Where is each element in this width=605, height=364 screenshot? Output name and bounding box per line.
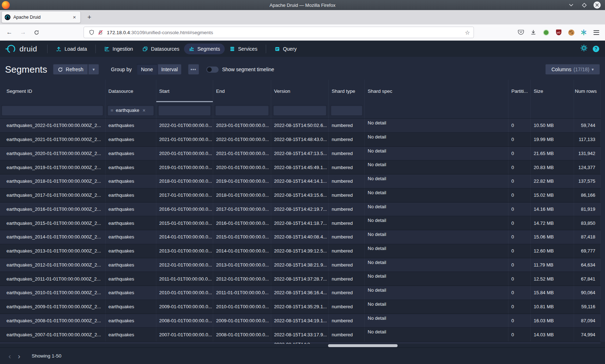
cell-start[interactable]: 2011-01-01T00:00:00.0...	[156, 272, 213, 286]
cell-num-rows[interactable]: 74,994	[574, 328, 601, 341]
cell-end[interactable]: 2016-01-01T00:00:00.0...	[213, 216, 271, 230]
cell-start[interactable]: 2013-01-01T00:00:00.0...	[156, 244, 213, 258]
nav-item-ingestion[interactable]: Ingestion	[99, 44, 138, 54]
cell-version[interactable]: 2022-08-15T14:34:19.1...	[271, 314, 329, 328]
cell-shard-spec[interactable]: No detail	[365, 216, 508, 230]
cell-segment-id[interactable]: earthquakes_2019-01-01T00:00:00.000Z_2..…	[0, 160, 106, 174]
cell-datasource[interactable]: earthquakes	[106, 174, 156, 188]
cell-partition[interactable]: 0	[508, 328, 531, 341]
cell-start[interactable]: 2007-01-01T00:00:00.0...	[156, 328, 213, 341]
cell-segment-id[interactable]: earthquakes_2009-01-01T00:00:00.000Z_2..…	[0, 300, 106, 314]
extension-icon-green[interactable]	[542, 28, 550, 37]
cell-num-rows[interactable]: 137,575	[574, 174, 601, 188]
cell-partition[interactable]: 0	[508, 216, 531, 230]
tab-close-icon[interactable]: ×	[71, 14, 77, 21]
cell-end[interactable]: 2012-01-01T00:00:00.0...	[213, 272, 271, 286]
cell-num-rows[interactable]: 131,942	[574, 147, 601, 160]
cell-datasource[interactable]: earthquakes	[106, 230, 156, 244]
table-row[interactable]: earthquakes_2017-01-01T00:00:00.000Z_2..…	[0, 188, 601, 203]
cell-version[interactable]: 2022-08-15T14:42:19.7...	[271, 203, 329, 216]
cell-end[interactable]: 2019-01-01T00:00:00.0...	[213, 174, 271, 188]
cell-segment-id[interactable]: earthquakes_2017-01-01T00:00:00.000Z_2..…	[0, 188, 106, 202]
cell-segment-id[interactable]: earthquakes_2016-01-01T00:00:00.000Z_2..…	[0, 203, 106, 216]
cell-partition[interactable]: 0	[508, 203, 531, 216]
cell-size[interactable]: 12.60 MB	[531, 244, 574, 258]
table-row[interactable]: earthquakes_2018-01-01T00:00:00.000Z_2..…	[0, 174, 601, 188]
cell-end[interactable]: 2010-01-01T00:00:00.0...	[213, 300, 271, 314]
table-row[interactable]: earthquakes_2012-01-01T00:00:00.000Z_2..…	[0, 258, 601, 272]
cell-size[interactable]: 19.99 MB	[531, 133, 574, 146]
cell-shard-type[interactable]: numbered	[329, 300, 365, 314]
cell-num-rows[interactable]: 67,841	[574, 272, 601, 286]
cell-segment-id[interactable]: earthquakes_2021-01-01T00:00:00.000Z_2..…	[0, 133, 106, 146]
cell-num-rows[interactable]: 117,133	[574, 133, 601, 146]
nav-item-datasources[interactable]: Datasources	[138, 44, 184, 54]
pocket-icon[interactable]	[516, 28, 525, 37]
cell-shard-type[interactable]: numbered	[329, 230, 365, 244]
cell-num-rows[interactable]: 87,418	[574, 230, 601, 244]
horizontal-scrollbar-thumb[interactable]	[328, 344, 398, 347]
cell-end[interactable]: 2021-01-01T00:00:00.0...	[213, 147, 271, 160]
cell-partition[interactable]: 0	[508, 230, 531, 244]
tab-apache-druid[interactable]: Apache Druid ×	[1, 11, 81, 23]
cell-version[interactable]: 2022-08-15T14:37:28.7...	[271, 272, 329, 286]
cell-partition[interactable]: 0	[508, 119, 531, 132]
table-row[interactable]: earthquakes_2022-01-01T00:00:00.000Z_2..…	[0, 119, 601, 133]
filter-input-datasource[interactable]: = earthquake ×	[107, 105, 154, 116]
tracking-shield-icon[interactable]	[89, 29, 94, 35]
help-icon[interactable]: ?	[593, 46, 599, 52]
columns-button[interactable]: Columns (17/18) ▾	[545, 64, 600, 75]
window-titlebar[interactable]: Apache Druid — Mozilla Firefox	[0, 0, 605, 10]
column-header-start[interactable]: Start	[156, 80, 213, 102]
cell-datasource[interactable]: earthquakes	[106, 286, 156, 300]
cell-version[interactable]: 2022-08-15T14:39:12.5...	[271, 244, 329, 258]
cell-shard-spec[interactable]: No detail	[365, 174, 508, 188]
cell-num-rows[interactable]: 90,064	[574, 286, 601, 300]
cell-num-rows[interactable]: 83,850	[574, 216, 601, 230]
cell-version[interactable]: 2022-08-15T14:38:21.9...	[271, 258, 329, 272]
cell-version[interactable]: 2022-08-15T14:50:02.6...	[271, 119, 329, 132]
table-row[interactable]: earthquakes_2016-01-01T00:00:00.000Z_2..…	[0, 203, 601, 217]
cell-datasource[interactable]: earthquakes	[106, 188, 156, 202]
group-by-none-button[interactable]: None	[137, 64, 157, 75]
menu-icon[interactable]	[592, 28, 601, 37]
cell-shard-type[interactable]: numbered	[329, 258, 365, 272]
cell-partition[interactable]: 0	[508, 133, 531, 146]
cell-shard-spec[interactable]: No detail	[365, 133, 508, 146]
back-icon[interactable]: ←	[4, 27, 14, 37]
cell-version[interactable]: 2022-08-15T14:43:15.6...	[271, 188, 329, 202]
cell-size[interactable]: 11.79 MB	[531, 258, 574, 272]
cell-version[interactable]: 2022-08-15T14:41:18.7...	[271, 216, 329, 230]
nav-item-query[interactable]: Query	[270, 44, 301, 54]
cell-start[interactable]: 2010-01-01T00:00:00.0...	[156, 286, 213, 300]
cell-size[interactable]: 10.50 MB	[531, 119, 574, 132]
cell-shard-type[interactable]: numbered	[329, 188, 365, 202]
table-row[interactable]: earthquakes_2009-01-01T00:00:00.000Z_2..…	[0, 300, 601, 314]
cell-size[interactable]: 22.82 MB	[531, 174, 574, 188]
cell-size[interactable]: 16.03 MB	[531, 314, 574, 328]
table-row[interactable]: earthquakes_2021-01-01T00:00:00.000Z_2..…	[0, 133, 601, 147]
nav-item-load-data[interactable]: Load data	[51, 44, 91, 54]
cell-segment-id[interactable]: earthquakes_2012-01-01T00:00:00.000Z_2..…	[0, 258, 106, 272]
cell-datasource[interactable]: earthquakes	[106, 147, 156, 160]
cell-datasource[interactable]: earthquakes	[106, 258, 156, 272]
table-row[interactable]: earthquakes_2014-01-01T00:00:00.000Z_2..…	[0, 230, 601, 244]
cell-shard-spec[interactable]: No detail	[365, 314, 508, 328]
cell-size[interactable]: 10.81 MB	[531, 300, 574, 314]
cell-partition[interactable]: 0	[508, 147, 531, 160]
table-row[interactable]: earthquakes_2008-01-01T00:00:00.000Z_2..…	[0, 314, 601, 328]
nav-item-services[interactable]: Services	[225, 44, 262, 54]
cell-end[interactable]: 2015-01-01T00:00:00.0...	[213, 230, 271, 244]
table-row[interactable]: earthquakes_2015-01-01T00:00:00.000Z_2..…	[0, 216, 601, 230]
cell-start[interactable]: 2020-01-01T00:00:00.0...	[156, 147, 213, 160]
cell-start[interactable]: 2014-01-01T00:00:00.0...	[156, 230, 213, 244]
column-header-shard-type[interactable]: Shard type	[329, 80, 365, 102]
cell-datasource[interactable]: earthquakes	[106, 272, 156, 286]
cell-segment-id[interactable]: earthquakes_2011-01-01T00:00:00.000Z_2..…	[0, 272, 106, 286]
cell-size[interactable]: 14.16 MB	[531, 203, 574, 216]
cell-start[interactable]: 2017-01-01T00:00:00.0...	[156, 188, 213, 202]
maximize-icon[interactable]	[581, 1, 588, 9]
cell-segment-id[interactable]: earthquakes_2007-01-01T00:00:00.000Z_2..…	[0, 328, 106, 341]
cell-start[interactable]: 2022-01-01T00:00:00.0...	[156, 119, 213, 132]
previous-page-icon[interactable]: ‹	[5, 351, 14, 361]
